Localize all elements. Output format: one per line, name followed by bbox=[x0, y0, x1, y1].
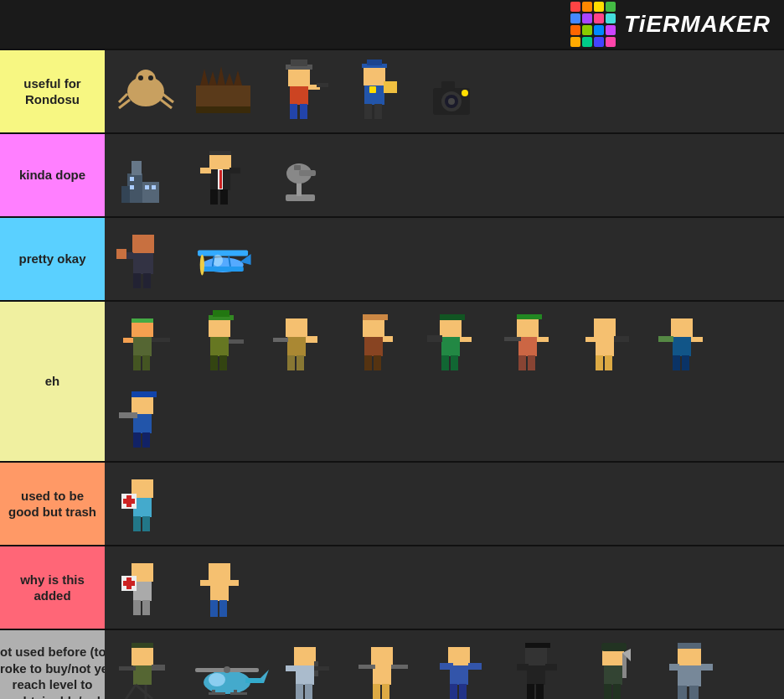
svg-rect-118 bbox=[585, 337, 596, 342]
tier-item[interactable] bbox=[185, 221, 260, 297]
logo-cell bbox=[594, 25, 604, 35]
svg-rect-40 bbox=[132, 161, 142, 175]
tier-item[interactable] bbox=[570, 305, 646, 381]
svg-rect-135 bbox=[123, 499, 135, 504]
tier-table: useful for Rondosu bbox=[0, 50, 784, 699]
svg-rect-105 bbox=[460, 337, 472, 342]
svg-rect-86 bbox=[229, 339, 244, 344]
tier-item[interactable] bbox=[493, 305, 569, 381]
tier-item[interactable] bbox=[185, 137, 260, 213]
svg-rect-107 bbox=[517, 318, 539, 337]
tier-item[interactable] bbox=[108, 137, 183, 213]
tier-item[interactable] bbox=[108, 634, 183, 699]
svg-rect-23 bbox=[364, 83, 384, 105]
svg-rect-179 bbox=[382, 684, 389, 699]
tier-item[interactable] bbox=[108, 221, 183, 297]
svg-rect-199 bbox=[613, 684, 621, 699]
logo-cell bbox=[582, 13, 592, 23]
tier-item[interactable] bbox=[502, 634, 577, 699]
tier-row-kinda: kinda dope bbox=[0, 134, 784, 218]
tier-item[interactable] bbox=[185, 550, 260, 625]
tier-item[interactable] bbox=[262, 54, 338, 129]
logo-cell bbox=[606, 13, 616, 23]
svg-rect-95 bbox=[363, 314, 388, 320]
svg-rect-174 bbox=[314, 666, 329, 671]
tier-item[interactable] bbox=[185, 634, 269, 699]
svg-rect-91 bbox=[273, 338, 288, 342]
svg-rect-185 bbox=[459, 684, 467, 699]
svg-rect-205 bbox=[678, 686, 687, 700]
svg-point-69 bbox=[199, 254, 204, 275]
tier-item[interactable] bbox=[339, 54, 415, 129]
logo-cell bbox=[582, 25, 592, 35]
svg-rect-64 bbox=[116, 249, 126, 259]
svg-rect-30 bbox=[384, 81, 397, 93]
svg-point-1 bbox=[136, 70, 156, 90]
svg-rect-176 bbox=[373, 663, 391, 685]
svg-rect-103 bbox=[451, 355, 458, 370]
svg-marker-10 bbox=[209, 71, 217, 85]
svg-rect-61 bbox=[133, 273, 141, 288]
tier-item[interactable] bbox=[108, 305, 183, 381]
svg-rect-96 bbox=[364, 355, 372, 370]
svg-rect-157 bbox=[119, 666, 136, 671]
svg-rect-22 bbox=[317, 83, 328, 87]
svg-rect-83 bbox=[213, 310, 230, 317]
svg-rect-29 bbox=[374, 104, 382, 119]
tier-item[interactable] bbox=[416, 305, 492, 381]
svg-rect-207 bbox=[701, 664, 713, 671]
tier-content-useful bbox=[105, 50, 784, 132]
tier-content-pretty bbox=[105, 218, 784, 300]
tier-item[interactable] bbox=[108, 466, 183, 541]
svg-rect-187 bbox=[440, 663, 453, 670]
svg-rect-172 bbox=[305, 684, 312, 699]
tier-item[interactable] bbox=[262, 137, 338, 213]
tier-label-useful: useful for Rondosu bbox=[0, 50, 105, 132]
tier-item[interactable] bbox=[647, 305, 723, 381]
svg-rect-180 bbox=[358, 665, 375, 669]
svg-rect-151 bbox=[133, 663, 152, 685]
svg-rect-184 bbox=[450, 684, 457, 699]
tier-label-eh: eh bbox=[0, 302, 105, 461]
svg-rect-148 bbox=[219, 600, 227, 617]
svg-rect-166 bbox=[230, 692, 247, 695]
svg-point-34 bbox=[448, 98, 455, 105]
svg-rect-62 bbox=[143, 273, 151, 288]
svg-rect-206 bbox=[689, 686, 699, 700]
svg-rect-200 bbox=[622, 653, 627, 678]
tier-item[interactable] bbox=[108, 382, 183, 458]
svg-rect-112 bbox=[537, 337, 549, 342]
tier-item[interactable] bbox=[425, 634, 500, 699]
svg-line-154 bbox=[123, 685, 136, 700]
svg-rect-149 bbox=[200, 580, 210, 586]
tier-item[interactable] bbox=[108, 54, 183, 129]
svg-rect-150 bbox=[229, 580, 239, 586]
svg-rect-188 bbox=[527, 663, 545, 685]
svg-rect-85 bbox=[219, 355, 227, 370]
svg-rect-115 bbox=[596, 355, 603, 370]
logo-cell bbox=[606, 25, 616, 35]
svg-rect-110 bbox=[528, 355, 535, 370]
tier-item[interactable] bbox=[579, 634, 654, 699]
svg-rect-137 bbox=[142, 516, 150, 531]
tier-item[interactable] bbox=[185, 305, 260, 381]
tier-item[interactable] bbox=[271, 634, 346, 699]
tier-item[interactable] bbox=[348, 634, 423, 699]
svg-rect-116 bbox=[605, 355, 612, 370]
svg-rect-88 bbox=[286, 318, 307, 337]
tier-item[interactable] bbox=[416, 54, 492, 129]
svg-point-163 bbox=[224, 666, 230, 673]
tier-item[interactable] bbox=[262, 305, 338, 381]
svg-rect-39 bbox=[121, 186, 130, 203]
svg-rect-175 bbox=[286, 665, 296, 671]
svg-rect-84 bbox=[210, 355, 218, 370]
svg-rect-73 bbox=[133, 334, 152, 356]
tier-item[interactable] bbox=[656, 634, 731, 699]
tier-item[interactable] bbox=[339, 305, 415, 381]
svg-marker-12 bbox=[225, 73, 234, 85]
tier-item[interactable] bbox=[185, 54, 260, 129]
tier-item[interactable] bbox=[108, 550, 183, 625]
svg-rect-120 bbox=[671, 318, 693, 337]
svg-rect-113 bbox=[596, 334, 614, 356]
tier-content-eh bbox=[105, 302, 784, 461]
